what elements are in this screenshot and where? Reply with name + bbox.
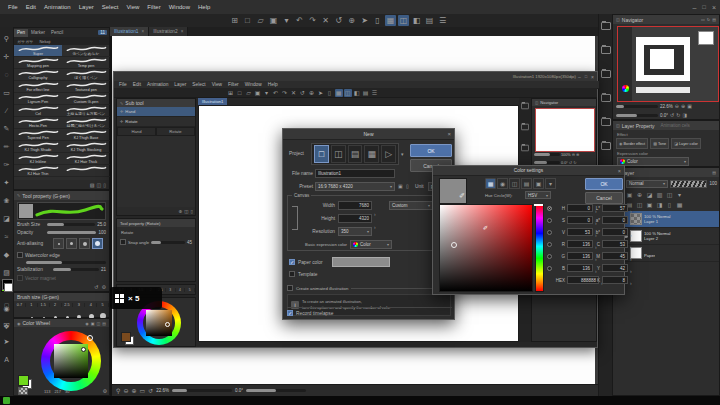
layer-toolbar-icon[interactable]: ▣ [625, 190, 634, 199]
statusbar-icon[interactable]: ⊖ [123, 387, 128, 394]
material-folder-icon[interactable] [601, 22, 611, 30]
hue-ring-marker[interactable] [87, 335, 93, 341]
brush-category-tab[interactable]: Pen [14, 29, 28, 37]
navigator-header-icon[interactable]: ↻ [707, 17, 710, 22]
toolbar-icon[interactable]: ➤ [359, 15, 370, 26]
color-dialog-titlebar[interactable]: Color settings × [433, 166, 624, 176]
inner-toolbar-icon[interactable]: □ [236, 89, 244, 97]
inner-toolbar-icon[interactable]: ◧ [353, 89, 361, 97]
color-field-radio[interactable] [547, 206, 552, 211]
aa-strong-button[interactable] [92, 238, 103, 249]
brush-item[interactable]: Calligraphy [14, 69, 62, 81]
inner-sv-marker[interactable] [165, 322, 170, 327]
brush-copy-icon[interactable]: ◫ [97, 182, 102, 188]
eyedropper-icon[interactable]: ✐ [459, 192, 465, 200]
inner-menu-item[interactable]: Help [265, 82, 281, 87]
animation-cels-tab[interactable]: Animation cels [661, 123, 690, 128]
inner-menu-item[interactable]: View [209, 82, 225, 87]
color-field-value[interactable]: 53 [602, 240, 628, 248]
new-ok-button[interactable]: OK [410, 144, 452, 157]
aa-weak-button[interactable] [66, 238, 77, 249]
statusbar-zoom-slider[interactable] [172, 389, 232, 392]
brush-item[interactable]: Custom G-pen [62, 93, 110, 105]
toolbar-icon[interactable]: ▯ [372, 15, 383, 26]
nav-zoom-out-icon[interactable]: ⊖ [675, 103, 679, 109]
hue-circle-select[interactable]: HSV [525, 191, 551, 199]
new-dialog-close-icon[interactable]: × [447, 131, 451, 137]
inner-brush-size-preset[interactable]: 3 [166, 288, 176, 292]
color-field-radio[interactable] [547, 218, 552, 223]
minimize-button[interactable]: – [692, 4, 696, 11]
toolbar-icon[interactable]: ▾ [281, 15, 292, 26]
project-type-button[interactable]: ◫ [331, 145, 346, 163]
toolbar-icon[interactable]: ◫ [398, 15, 409, 26]
brush-item[interactable]: KJ Hair Thin [14, 165, 62, 177]
color-field-radio[interactable] [547, 242, 552, 247]
toolbar-icon[interactable]: ◧ [411, 15, 422, 26]
brush-category-tab[interactable]: Pencil [48, 29, 66, 37]
brush-item[interactable]: KJ Thigh Stocking [62, 141, 110, 153]
sv-picker-square[interactable] [439, 204, 533, 292]
inner-material-folder-icon[interactable] [521, 124, 529, 130]
menu-item[interactable]: View [122, 4, 143, 10]
nav-zoom-slider[interactable] [616, 105, 658, 108]
inner-subtool-add-icon[interactable]: ⊕ [178, 209, 182, 214]
inner-main-color[interactable] [121, 332, 131, 342]
brush-size-value[interactable]: 25.0 [97, 222, 106, 227]
tool-icon[interactable]: ✦ [0, 177, 13, 189]
brush-item[interactable]: Lignum Pen [14, 93, 62, 105]
color-ok-button[interactable]: OK [585, 178, 623, 190]
tool-icon[interactable]: ◉ [0, 303, 13, 315]
picker-mode-icon[interactable]: ▾ [545, 178, 556, 189]
project-type-button[interactable]: ▤ [348, 145, 363, 163]
tool-icon[interactable]: ➤ [0, 336, 13, 348]
toolbar-icon[interactable]: ↷ [307, 15, 318, 26]
custom-size-select[interactable]: Custom [389, 201, 433, 210]
color-field-radio[interactable] [547, 254, 552, 259]
stabilization-slider[interactable] [53, 268, 99, 271]
document-tab[interactable]: Illustration1 × [110, 27, 149, 36]
material-folder-icon[interactable] [601, 70, 611, 78]
inner-toolbar-icon[interactable]: ▣ [254, 89, 262, 97]
layer-toolbar-icon[interactable]: ▯ [665, 200, 674, 209]
sv-marker[interactable] [81, 347, 86, 352]
color-field-value[interactable]: 8 [602, 276, 628, 284]
layer-toolbar-icon[interactable]: ▾ [675, 190, 684, 199]
template-checkbox[interactable] [289, 271, 295, 277]
color-dialog-close-icon[interactable]: × [618, 168, 621, 174]
stabilization-value[interactable]: 21 [101, 267, 106, 272]
reset-tool-icon[interactable]: ↺ [94, 284, 98, 290]
color-field-radio[interactable] [547, 230, 552, 235]
menu-item[interactable]: Layer [75, 4, 98, 10]
toolbar-icon[interactable]: ▱ [255, 15, 266, 26]
color-wheel-header-icon[interactable]: ▤ [102, 321, 106, 326]
layer-toolbar-icon[interactable]: ▣ [645, 200, 654, 209]
aa-none-button[interactable] [53, 238, 64, 249]
tool-icon[interactable]: ▨ [0, 267, 13, 279]
expression-color-select[interactable]: Color [617, 157, 689, 166]
tool-icon[interactable]: ◆ [0, 249, 13, 261]
tool-icon[interactable]: ❖ [0, 321, 13, 333]
menu-item[interactable]: Filter [143, 4, 164, 10]
inner-subtool-tab[interactable]: Rotate [156, 127, 195, 136]
brush-item[interactable]: KJ Hair Thick [62, 153, 110, 165]
inner-nav-zoom-out-icon[interactable]: ⊖ [572, 152, 575, 157]
material-folder-icon[interactable] [601, 46, 611, 54]
layer-toolbar-icon[interactable]: ▦ [675, 200, 684, 209]
paper-color-swatch[interactable] [332, 257, 390, 267]
brush-trash-icon[interactable]: ▯ [103, 182, 106, 188]
inner-toolbar-icon[interactable]: ▤ [362, 89, 370, 97]
toolbar-icon[interactable]: ▣ [268, 15, 279, 26]
brush-group-tab[interactable]: ガサガサ [14, 37, 36, 45]
project-type-button[interactable]: □ [314, 145, 329, 163]
inner-toolbar-icon[interactable]: ▦ [335, 89, 343, 97]
inner-menu-item[interactable]: Layer [171, 82, 189, 87]
layer-opacity-slider[interactable] [670, 180, 707, 188]
blend-mode-select[interactable]: Normal [626, 180, 668, 188]
menu-item[interactable]: File [4, 4, 22, 10]
inner-toolbar-icon[interactable]: ▾ [263, 89, 271, 97]
hue-bar-marker[interactable] [534, 204, 543, 206]
menu-item[interactable]: Help [194, 4, 214, 10]
new-dialog[interactable]: New × OK Cancel Project □◫▤▦▷ ▾ File nam… [282, 128, 455, 320]
brush-item[interactable]: KJ Inkline [14, 153, 62, 165]
